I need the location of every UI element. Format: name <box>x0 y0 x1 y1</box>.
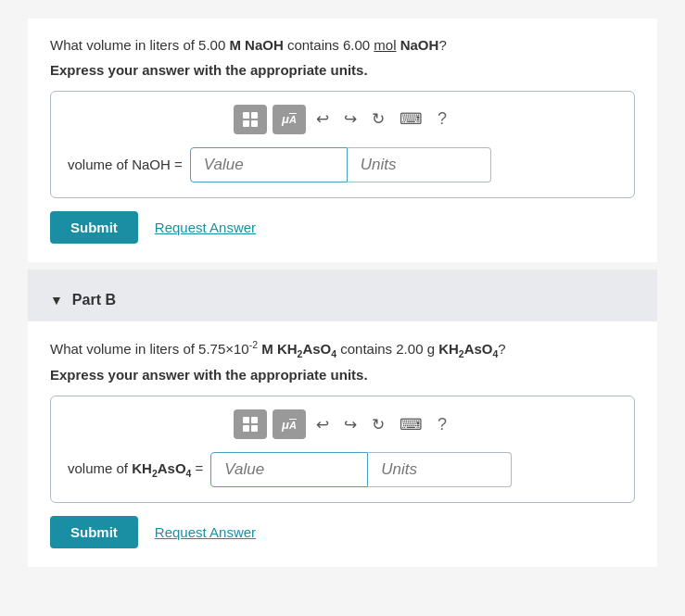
refresh-button[interactable]: ↻ <box>367 106 389 132</box>
svg-rect-1 <box>251 112 258 119</box>
keyboard-button[interactable]: ⌨ <box>395 106 427 132</box>
part-b-title: Part B <box>72 292 116 308</box>
part-b-submit-button[interactable]: Submit <box>50 516 138 548</box>
part-a-input-label: volume of NaOH = <box>68 157 183 172</box>
part-b-undo-button[interactable]: ↩ <box>311 411 334 438</box>
svg-rect-0 <box>243 112 249 119</box>
part-a-section: What volume in liters of 5.00 M NaOH con… <box>28 19 657 262</box>
redo-button[interactable]: ↪ <box>339 106 362 132</box>
part-b-collapse-arrow[interactable]: ▼ <box>50 293 63 308</box>
part-b-input-label: volume of KH2AsO4 = <box>68 460 203 479</box>
part-a-submit-button[interactable]: Submit <box>50 211 138 244</box>
part-b-redo-button[interactable]: ↪ <box>339 411 362 438</box>
part-b-help-button[interactable]: ? <box>433 411 451 438</box>
part-b-keyboard-button[interactable]: ⌨ <box>395 411 427 438</box>
part-b-mu-icon-button[interactable]: μA <box>273 409 306 439</box>
help-button[interactable]: ? <box>433 106 451 132</box>
part-b-answer-box: μA ↩ ↪ ↻ ⌨ ? volume of KH2AsO4 = <box>50 396 635 503</box>
svg-rect-6 <box>243 425 249 432</box>
part-a-input-row: volume of NaOH = <box>68 147 617 182</box>
svg-rect-5 <box>251 417 258 423</box>
svg-rect-2 <box>243 120 249 127</box>
part-b-toolbar: μA ↩ ↪ ↻ ⌨ ? <box>68 409 617 439</box>
svg-rect-7 <box>251 425 258 432</box>
part-a-value-input[interactable] <box>190 147 348 182</box>
part-b-grid-icon-button[interactable] <box>234 409 267 439</box>
section-divider <box>28 270 657 279</box>
part-b-question: What volume in liters of 5.75×10-2 M KH2… <box>50 338 635 362</box>
part-b-refresh-button[interactable]: ↻ <box>367 411 389 438</box>
grid-icon-button[interactable] <box>234 105 267 134</box>
part-b-input-row: volume of KH2AsO4 = <box>68 452 617 487</box>
part-b-request-answer-button[interactable]: Request Answer <box>155 524 256 540</box>
part-b-value-input[interactable] <box>210 452 368 487</box>
part-a-toolbar: μA ↩ ↪ ↻ ⌨ ? <box>68 105 617 134</box>
part-a-request-answer-button[interactable]: Request Answer <box>155 220 256 235</box>
part-a-units-input[interactable] <box>348 147 491 182</box>
svg-rect-4 <box>243 417 249 423</box>
part-b-instruction: Express your answer with the appropriate… <box>50 367 635 383</box>
part-b-action-row: Submit Request Answer <box>50 516 635 548</box>
part-a-question: What volume in liters of 5.00 M NaOH con… <box>50 35 635 57</box>
part-a-action-row: Submit Request Answer <box>50 211 635 244</box>
mu-icon-button[interactable]: μA <box>273 105 306 134</box>
part-a-answer-box: μA ↩ ↪ ↻ ⌨ ? volume of NaOH = <box>50 91 635 198</box>
undo-button[interactable]: ↩ <box>311 106 334 132</box>
part-b-section: What volume in liters of 5.75×10-2 M KH2… <box>28 321 657 568</box>
svg-rect-3 <box>251 120 258 127</box>
part-a-instruction: Express your answer with the appropriate… <box>50 62 635 78</box>
part-b-header: ▼ Part B <box>28 279 657 321</box>
part-b-units-input[interactable] <box>368 452 512 487</box>
